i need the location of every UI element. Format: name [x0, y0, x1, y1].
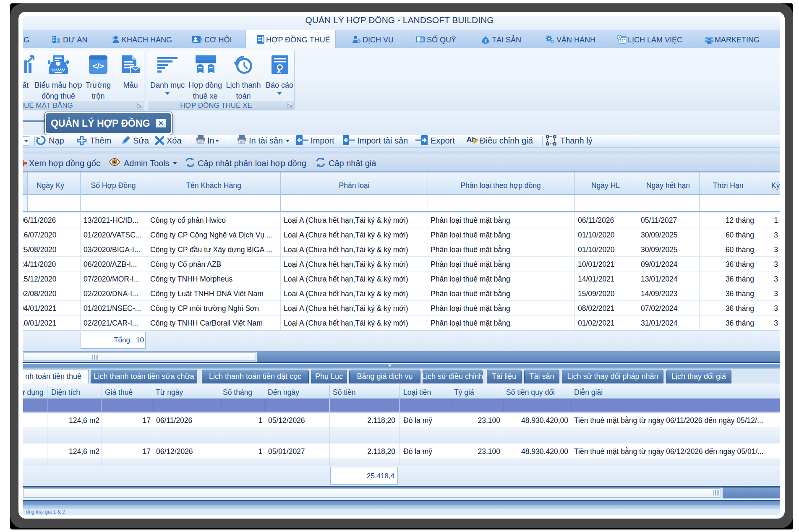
svg-text:$: $: [484, 39, 487, 43]
svg-text:$: $: [421, 38, 423, 42]
svg-text:</>: </>: [92, 62, 104, 70]
